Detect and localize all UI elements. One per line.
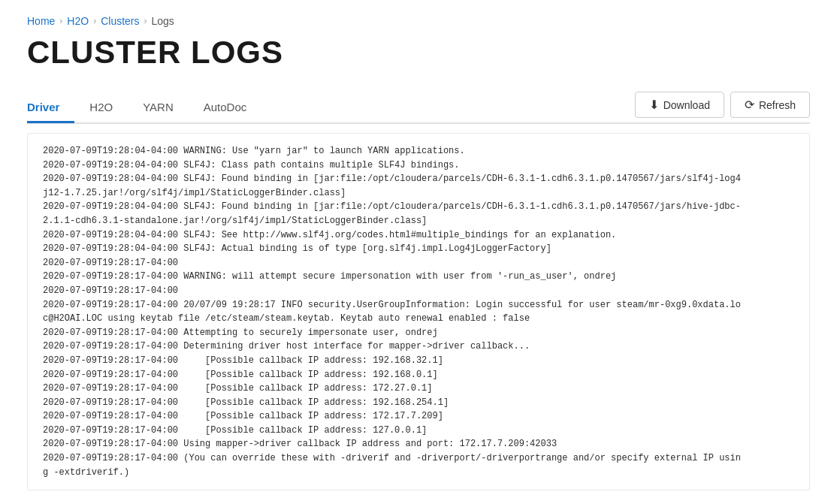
- download-button[interactable]: ⬇︎ Download: [635, 92, 724, 118]
- tab-autodoc[interactable]: AutoDoc: [189, 93, 262, 123]
- breadcrumb-current: Logs: [152, 15, 174, 27]
- tab-driver[interactable]: Driver: [27, 93, 74, 123]
- breadcrumb-sep-2: ›: [93, 16, 96, 26]
- breadcrumb-home[interactable]: Home: [27, 15, 55, 27]
- tab-yarn[interactable]: YARN: [128, 93, 189, 123]
- breadcrumb: Home › H2O › Clusters › Logs: [0, 0, 837, 35]
- refresh-label: Refresh: [759, 99, 796, 111]
- refresh-icon: ⟳: [745, 98, 754, 112]
- tab-h2o[interactable]: H2O: [74, 93, 128, 123]
- breadcrumb-sep-1: ›: [59, 16, 62, 26]
- tabs: Driver H2O YARN AutoDoc: [27, 93, 261, 122]
- log-content: 2020-07-09T19:28:04-04:00 WARNING: Use "…: [43, 144, 794, 479]
- log-container: 2020-07-09T19:28:04-04:00 WARNING: Use "…: [27, 133, 810, 490]
- download-icon: ⬇︎: [649, 98, 659, 112]
- page-title: CLUSTER LOGS: [27, 35, 810, 71]
- tabs-toolbar: Driver H2O YARN AutoDoc ⬇︎ Download ⟳ Re…: [27, 92, 810, 124]
- download-label: Download: [663, 99, 710, 111]
- breadcrumb-sep-3: ›: [144, 16, 147, 26]
- breadcrumb-h2o[interactable]: H2O: [67, 15, 89, 27]
- refresh-button[interactable]: ⟳ Refresh: [730, 92, 810, 118]
- toolbar-actions: ⬇︎ Download ⟳ Refresh: [635, 92, 810, 122]
- breadcrumb-clusters[interactable]: Clusters: [101, 15, 139, 27]
- main-content: CLUSTER LOGS Driver H2O YARN AutoDoc ⬇︎ …: [0, 35, 837, 504]
